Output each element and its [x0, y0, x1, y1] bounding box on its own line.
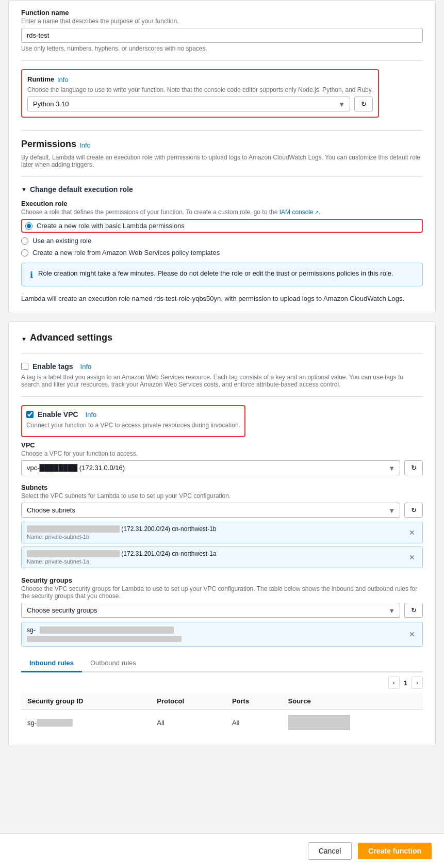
subnet-tag-1b: subnet-████████████████ (172.31.200.0/24… — [21, 522, 423, 543]
radio-create-from-templates-label: Create a new role from Amazon Web Servic… — [32, 249, 220, 256]
external-link-icon: ↗ — [315, 210, 319, 215]
execution-role-desc: Choose a role that defines the permissio… — [21, 208, 423, 216]
table-header-row: Security group ID Protocol Ports Source — [21, 693, 423, 710]
rules-tabs: Inbound rules Outbound rules — [21, 655, 423, 672]
runtime-desc: Choose the language to use to write your… — [27, 86, 373, 93]
pagination-row: ‹ 1 › — [21, 672, 423, 693]
role-info-banner: ℹ Role creation might take a few minutes… — [21, 263, 423, 286]
next-page-button[interactable]: › — [412, 677, 423, 689]
vpc-label: VPC — [21, 441, 423, 449]
col-source: Source — [282, 693, 423, 710]
enable-vpc-info-link[interactable]: Info — [86, 411, 97, 419]
remove-subnet-1b-button[interactable]: ✕ — [407, 528, 417, 537]
function-name-desc: Enter a name that describes the purpose … — [21, 18, 423, 25]
security-groups-select[interactable]: Choose security groups — [21, 603, 400, 618]
function-name-input[interactable] — [21, 28, 423, 43]
footer-bar: Cancel Create function — [0, 833, 444, 868]
execution-role-radio-group: Create a new role with basic Lambda perm… — [21, 219, 423, 256]
info-circle-icon: ℹ — [30, 270, 33, 280]
runtime-info-link[interactable]: Info — [57, 76, 69, 84]
radio-use-existing[interactable]: Use an existing role — [21, 237, 423, 245]
enable-tags-desc: A tag is a label that you assign to an A… — [21, 374, 423, 388]
sg-id-blur: ████████████████████████████████████ — [40, 626, 174, 634]
execution-role-collapsible[interactable]: ▼ Change default execution role — [21, 185, 423, 194]
tab-outbound-rules[interactable]: Outbound rules — [82, 655, 144, 672]
subnet-id-1a: subnet-████████████████ — [27, 550, 120, 557]
row-sg-id: sg-██████████ — [21, 710, 151, 736]
enable-vpc-checkbox[interactable] — [26, 411, 34, 418]
enable-tags-label: Enable tags — [32, 362, 73, 371]
radio-create-new[interactable]: Create a new role with basic Lambda perm… — [21, 219, 423, 233]
subnets-label: Subnets — [21, 484, 423, 491]
inbound-rules-table: Security group ID Protocol Ports Source … — [21, 693, 423, 735]
runtime-refresh-button[interactable]: ↻ — [354, 97, 373, 111]
subnet-id-1b: subnet-████████████████ — [27, 525, 120, 533]
advanced-settings-title: Advanced settings — [30, 332, 112, 343]
remove-sg-button[interactable]: ✕ — [407, 630, 417, 638]
cancel-button[interactable]: Cancel — [308, 842, 352, 860]
triangle-icon: ▼ — [21, 186, 27, 192]
enable-tags-info-link[interactable]: Info — [80, 363, 92, 371]
execution-role-collapsible-label: Change default execution role — [30, 185, 133, 194]
row-ports: All — [226, 710, 282, 736]
col-protocol: Protocol — [151, 693, 226, 710]
subnets-desc: Select the VPC subnets for Lambda to use… — [21, 492, 423, 500]
permissions-info-link[interactable]: Info — [79, 141, 91, 149]
remove-subnet-1a-button[interactable]: ✕ — [407, 553, 417, 561]
subnet-tag-1a: subnet-████████████████ (172.31.201.0/24… — [21, 546, 423, 568]
subnet-cidr-1a: (172.31.201.0/24) — [121, 550, 170, 557]
enable-vpc-desc: Connect your function to a VPC to access… — [26, 422, 240, 429]
sg-selected-tag: sg- ████████████████████████████████████… — [21, 622, 423, 647]
tab-inbound-rules[interactable]: Inbound rules — [21, 655, 82, 672]
create-function-button[interactable]: Create function — [358, 843, 432, 859]
current-page: 1 — [404, 679, 407, 687]
subnet-cidr-1b: (172.31.200.0/24) — [121, 525, 170, 533]
enable-vpc-label: Enable VPC — [38, 410, 78, 419]
security-groups-desc: Choose the VPC security groups for Lambd… — [21, 585, 423, 600]
prev-page-button[interactable]: ‹ — [388, 677, 400, 689]
vpc-desc: Choose a VPC for your function to access… — [21, 450, 423, 457]
row-protocol: All — [151, 710, 226, 736]
col-ports: Ports — [226, 693, 282, 710]
radio-use-existing-label: Use an existing role — [32, 237, 91, 245]
radio-create-new-label: Create a new role with basic Lambda perm… — [37, 222, 185, 230]
permissions-title: Permissions — [21, 139, 76, 150]
runtime-select[interactable]: Python 3.10 Python 3.9 Node.js 18.x Ruby… — [27, 97, 350, 111]
radio-create-from-templates[interactable]: Create a new role from Amazon Web Servic… — [21, 249, 423, 256]
table-row: sg-██████████ All All ███ ██ ███ ████ — [21, 710, 423, 736]
execution-note: Lambda will create an execution role nam… — [21, 295, 423, 302]
vpc-select[interactable]: vpc-████████ (172.31.0.0/16) — [21, 460, 400, 475]
advanced-settings-collapsible[interactable]: ▼ Advanced settings — [21, 332, 423, 345]
sg-refresh-button[interactable]: ↻ — [404, 603, 423, 618]
runtime-label: Runtime — [27, 75, 54, 83]
subnet-az-1b: cn-northwest-1b — [172, 525, 216, 533]
function-name-label: Function name — [21, 9, 423, 17]
iam-console-link[interactable]: IAM console ↗ — [279, 208, 319, 216]
enable-tags-row[interactable]: Enable tags Info — [21, 362, 423, 371]
subnet-az-1a: cn-northwest-1a — [172, 550, 216, 557]
subnet-name-1b: Name: private-subnet-1b — [27, 534, 216, 540]
subnets-select[interactable]: Choose subnets — [21, 503, 400, 518]
permissions-desc: By default, Lambda will create an execut… — [21, 154, 423, 168]
enable-vpc-row[interactable]: Enable VPC Info — [26, 410, 240, 419]
rules-table-wrapper: ‹ 1 › Security group ID Protocol Ports S… — [21, 672, 423, 735]
col-sg-id: Security group ID — [21, 693, 151, 710]
row-source: ███ ██ ███ ████ — [282, 710, 423, 736]
sg-prefix: sg- — [27, 626, 36, 634]
sg-details-blur: ████████ ████████ ████████ ████ — [27, 636, 182, 642]
role-info-text: Role creation might take a few minutes. … — [38, 269, 393, 277]
subnet-name-1a: Name: private-subnet-1a — [27, 558, 216, 565]
enable-tags-checkbox[interactable] — [21, 363, 28, 370]
vpc-refresh-button[interactable]: ↻ — [404, 460, 423, 475]
execution-role-label: Execution role — [21, 200, 423, 207]
subnets-refresh-button[interactable]: ↻ — [404, 503, 423, 518]
function-name-note: Use only letters, numbers, hyphens, or u… — [21, 45, 423, 52]
advanced-triangle-icon: ▼ — [21, 336, 27, 342]
security-groups-label: Security groups — [21, 576, 423, 584]
